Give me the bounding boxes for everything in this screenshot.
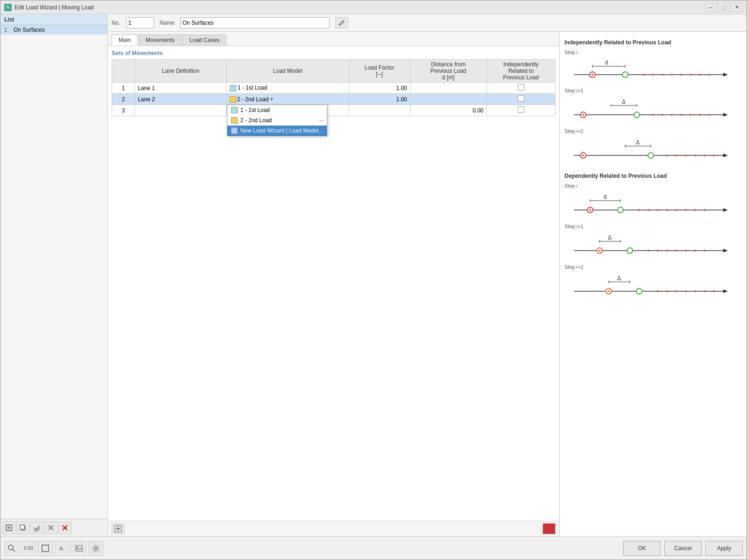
delete-button[interactable] [58,521,71,534]
close-button[interactable]: ✕ [731,3,743,12]
svg-point-30 [690,74,691,76]
box-select-button[interactable] [38,541,53,556]
delete-row-button[interactable] [543,523,556,534]
sidebar-item-label: On Surfaces [14,27,45,33]
svg-point-88 [599,250,600,252]
svg-point-91 [657,250,659,252]
row-num: 2 [112,94,135,105]
search-button[interactable] [4,541,19,556]
bottom-left-tools: 0.00 A [4,541,103,556]
dep-step-i1-diagram: Δ [564,231,742,260]
svg-point-76 [666,209,668,211]
step-i1-diagram: Δ [564,95,742,125]
table-row[interactable]: 1 Lane 1 1 - 1st Load 1.00 [112,83,556,94]
sidebar-item-num: 1 [4,27,12,33]
window-title: Edit Load Wizard | Moving Load [14,4,705,11]
svg-point-61 [694,154,696,156]
sidebar-item-1[interactable]: 1 On Surfaces [0,25,107,35]
sidebar-footer [0,519,107,536]
step-i-diagram: d [564,57,742,84]
svg-point-112 [713,290,715,292]
svg-point-42 [652,114,654,116]
svg-point-46 [690,114,691,116]
svg-point-40 [582,114,584,116]
svg-point-111 [704,290,705,292]
row-independent [486,94,555,105]
col-independent: IndependentlyRelated toPrevious Load [486,60,555,83]
svg-point-57 [648,153,654,158]
row-model: 1 - 1st Load [226,83,349,94]
tab-main[interactable]: Main [112,35,138,46]
svg-point-48 [708,114,710,116]
right-panel: No. Name Main Movements Load Cases [108,14,747,536]
dropdown-item-new[interactable]: New Load Wizard | Load Model... [227,126,327,136]
tab-movements[interactable]: Movements [139,35,182,46]
check-all-button[interactable] [30,521,43,534]
item-ellipsis: ··· [319,118,323,123]
svg-point-90 [648,250,649,252]
duplicate-button[interactable] [16,521,29,534]
no-input[interactable] [126,17,154,28]
svg-point-43 [662,114,663,116]
svg-point-109 [685,290,687,292]
svg-point-71 [589,209,591,211]
new-item-icon [231,127,238,134]
svg-point-105 [636,288,642,294]
window-controls: ─ ⬜ ✕ [705,3,743,12]
minimize-button[interactable]: ─ [705,3,717,12]
value-display-button[interactable]: 0.00 [21,541,36,556]
svg-point-28 [671,74,673,76]
independent-checkbox[interactable] [518,95,524,102]
add-row-button[interactable] [112,523,125,534]
svg-point-107 [666,290,668,292]
dropdown-item-2nd[interactable]: 2 - 2nd Load ··· [227,115,327,126]
item-color-yellow [231,117,238,124]
svg-point-29 [680,74,682,76]
image-button[interactable] [71,541,86,556]
edit-name-button[interactable] [335,17,348,28]
table-row[interactable]: 2 Lane 2 2 - 2nd Load ▼ [112,94,556,105]
svg-marker-98 [723,289,728,293]
tab-load-cases[interactable]: Load Cases [183,35,226,46]
table-container: Sets of Movements Lane Definition Load M… [108,46,559,521]
text-button[interactable]: A [55,541,70,556]
apply-button[interactable]: Apply [705,541,743,556]
svg-point-75 [657,209,659,211]
row-lane [135,105,227,116]
table-row[interactable]: 3 ··· 0.00 [112,105,556,116]
svg-point-119 [94,547,97,550]
svg-text:A: A [59,546,63,552]
svg-point-41 [634,112,640,118]
independent-checkbox[interactable] [518,84,524,91]
row-factor: 1.00 [349,94,410,105]
row-independent [486,83,555,94]
independently-title: Independently Related to Previous Load [564,39,742,46]
svg-line-114 [13,549,15,552]
svg-point-104 [608,290,610,292]
svg-point-59 [676,154,677,156]
model-dropdown-trigger[interactable]: 2 - 2nd Load ▼ [230,96,346,103]
model-color-dot-yellow [230,96,236,103]
independent-checkbox[interactable] [518,106,524,113]
name-input[interactable] [180,17,330,28]
maximize-button[interactable]: ⬜ [718,3,730,12]
row-model-dropdown-cell: 2 - 2nd Load ▼ 1 - 1st Load [226,94,349,105]
step-i-label: Step i [564,49,742,55]
svg-marker-50 [723,154,728,157]
ok-button[interactable]: OK [623,541,661,556]
header-row: No. Name [108,14,747,32]
new-item-button[interactable] [2,521,15,534]
svg-point-79 [694,209,696,211]
uncheck-all-button[interactable] [44,521,57,534]
settings-button[interactable] [88,541,103,556]
row-factor: 1.00 [349,83,410,94]
dep-step-i1-label: Step i+1 [564,224,742,229]
row-lane: Lane 2 [135,94,227,105]
svg-point-56 [582,154,584,156]
item-color-cyan [231,107,238,113]
svg-point-73 [638,209,640,211]
dropdown-item-1st[interactable]: 1 - 1st Load [227,105,327,115]
no-label: No. [112,20,120,26]
model-dropdown-menu: 1 - 1st Load 2 - 2nd Load ··· [227,105,327,136]
cancel-button[interactable]: Cancel [664,541,702,556]
